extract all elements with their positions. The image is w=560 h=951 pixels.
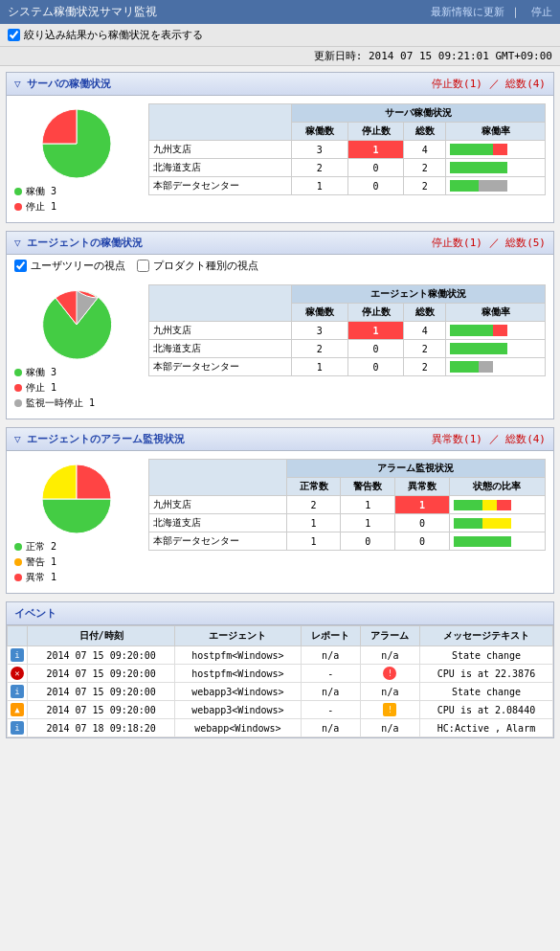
col-icon: [8, 626, 28, 646]
legend-item-error: 異常 1: [14, 570, 56, 585]
cell-active: 1: [292, 358, 348, 376]
agent-table-area: エージェント稼働状況 稼働数 停止数 総数 稼働率 九州支店 3 1 4: [148, 284, 546, 411]
product-view-checkbox[interactable]: [137, 260, 149, 272]
cell-stopped: 0: [347, 358, 404, 376]
server-section-title: ▽ サーバの稼働状況: [14, 77, 111, 91]
row-name: 北海道支店: [149, 514, 287, 532]
product-view-label[interactable]: プロダクト種別の視点: [137, 259, 258, 273]
event-alarm: n/a: [360, 683, 419, 701]
cell-active: 1: [292, 177, 348, 195]
event-alarm: n/a: [360, 646, 419, 665]
legend-item-active: 稼働 3: [14, 365, 95, 380]
col-normal: 正常数: [286, 478, 341, 496]
user-tree-view-label[interactable]: ユーザツリーの視点: [14, 259, 125, 273]
cell-active: 2: [292, 159, 348, 177]
event-datetime: 2014 07 15 09:20:00: [28, 701, 175, 719]
cell-rate: [446, 159, 546, 177]
alarm-section-title: ▽ エージェントのアラーム監視状況: [14, 432, 185, 446]
agent-section-body: 稼働 3 停止 1 監視一時停止 1 エージェント稼働状況: [7, 277, 553, 419]
alarm-pie-chart: [29, 459, 124, 535]
bar-green: [450, 361, 479, 373]
event-datetime: 2014 07 18 09:18:20: [28, 719, 175, 737]
col-datetime: 日付/時刻: [28, 626, 175, 646]
cell-total: 4: [404, 141, 446, 159]
filter-bar: 絞り込み結果から稼働状況を表示する: [0, 24, 560, 47]
table-row: 九州支店 2 1 1: [149, 496, 546, 514]
row-name: 九州支店: [149, 322, 292, 340]
server-legend: 稼働 3 停止 1: [14, 184, 56, 215]
events-table: 日付/時刻 エージェント レポート アラーム メッセージテキスト i 2014 …: [7, 625, 553, 737]
event-icon-cell: ▲: [8, 701, 28, 719]
bar-green: [450, 144, 493, 155]
bar-red: [493, 325, 507, 336]
cell-stopped: 1: [347, 141, 404, 159]
user-tree-checkbox[interactable]: [14, 260, 27, 272]
cell-total: 2: [404, 177, 446, 195]
cell-normal: 1: [286, 514, 341, 532]
event-report: n/a: [301, 683, 360, 701]
title-bar: システム稼働状況サマリ監視 最新情報に更新 ｜ 停止: [0, 0, 560, 24]
col-stopped: 停止数: [347, 123, 404, 141]
cell-active: 2: [292, 340, 348, 358]
alarm-section-header: ▽ エージェントのアラーム監視状況 異常数(1) ／ 総数(4): [7, 428, 553, 451]
update-bar: 更新日時: 2014 07 15 09:21:01 GMT+09:00: [0, 47, 560, 66]
alarm-legend: 正常 2 警告 1 異常 1: [14, 539, 56, 585]
table-row: 本部データセンター 1 0 2: [149, 358, 546, 376]
filter-label: 絞り込み結果から稼働状況を表示する: [24, 28, 203, 42]
cell-rate: [446, 358, 546, 376]
cell-stopped: 0: [347, 177, 404, 195]
event-row: i 2014 07 15 09:20:00 hostpfm<Windows> n…: [8, 646, 553, 665]
bar-gray: [479, 361, 493, 373]
col-name-header: [149, 285, 292, 322]
legend-label-active: 稼働 3: [26, 184, 56, 199]
refresh-link[interactable]: 最新情報に更新: [431, 6, 504, 18]
legend-item-stopped: 停止 1: [14, 380, 95, 396]
row-name: 本部データセンター: [149, 358, 292, 376]
table-row: 北海道支店 1 1 0: [149, 514, 546, 532]
filter-checkbox[interactable]: [8, 29, 20, 41]
bar-red: [493, 144, 507, 155]
stop-link[interactable]: 停止: [531, 6, 552, 18]
bar-warning: [482, 500, 497, 510]
cell-active: 3: [292, 322, 348, 340]
cell-active: 3: [292, 141, 348, 159]
server-chart-area: 稼働 3 停止 1: [14, 103, 139, 215]
event-agent: webapp3<Windows>: [175, 683, 301, 701]
event-icon-cell: i: [8, 646, 28, 665]
agent-section: ▽ エージェントの稼働状況 停止数(1) ／ 総数(5) ユーザツリーの視点 プ…: [6, 231, 554, 419]
legend-dot-normal: [14, 543, 22, 551]
cell-warning: 0: [341, 532, 395, 551]
event-row: i 2014 07 18 09:18:20 webapp<Windows> n/…: [8, 719, 553, 737]
server-table-area: サーバ稼働状況 稼働数 停止数 総数 稼働率 九州支店 3 1 4: [148, 103, 546, 215]
title-bar-links: 最新情報に更新 ｜ 停止: [427, 5, 552, 19]
table-row: 九州支店 3 1 4: [149, 322, 546, 340]
server-section-stats: 停止数(1) ／ 総数(4): [432, 77, 546, 91]
events-title: イベント: [14, 607, 56, 620]
legend-label-active: 稼働 3: [26, 365, 56, 380]
bar-green: [450, 343, 507, 354]
cell-normal: 1: [286, 532, 341, 551]
user-tree-label: ユーザツリーの視点: [31, 259, 125, 273]
bar-green: [450, 325, 493, 336]
update-datetime: 更新日時: 2014 07 15 09:21:01 GMT+09:00: [314, 50, 552, 62]
bar-green: [450, 180, 479, 192]
legend-label-suspended: 監視一時停止 1: [26, 396, 95, 411]
cell-ratio: [449, 496, 545, 514]
event-alarm: n/a: [360, 719, 419, 737]
event-row: i 2014 07 15 09:20:00 webapp3<Windows> n…: [8, 683, 553, 701]
server-status-header: サーバ稼働状況: [292, 104, 546, 123]
col-ratio: 状態の比率: [449, 478, 545, 496]
cell-normal: 2: [286, 496, 341, 514]
agent-section-stats: 停止数(1) ／ 総数(5): [432, 236, 546, 250]
event-agent: hostpfm<Windows>: [175, 646, 301, 665]
event-report: n/a: [301, 646, 360, 665]
filter-checkbox-label[interactable]: 絞り込み結果から稼働状況を表示する: [8, 28, 552, 42]
bar-gray: [479, 180, 507, 192]
table-row: 本部データセンター 1 0 2: [149, 177, 546, 195]
legend-dot-warning: [14, 558, 22, 566]
agent-section-title: ▽ エージェントの稼働状況: [14, 236, 143, 250]
event-message: State change: [420, 646, 553, 665]
agent-legend: 稼働 3 停止 1 監視一時停止 1: [14, 365, 95, 411]
row-name: 本部データセンター: [149, 532, 287, 551]
row-name: 九州支店: [149, 141, 292, 159]
